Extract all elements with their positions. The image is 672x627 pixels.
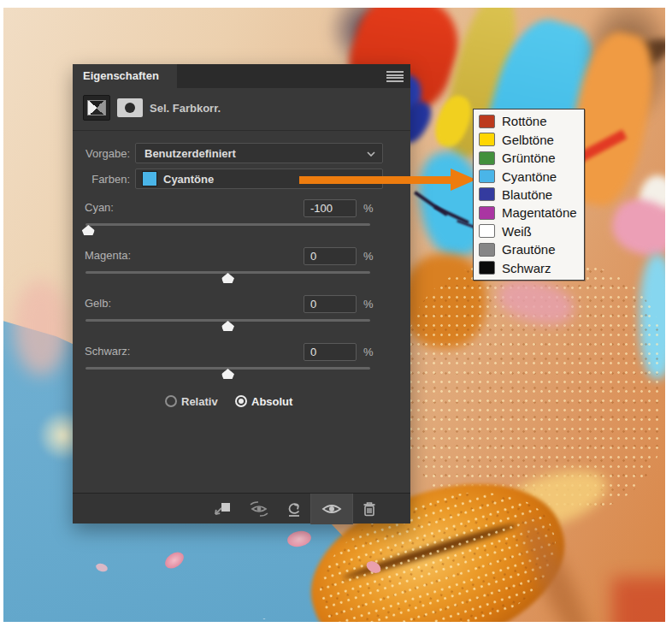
color-option-label: Magentatöne	[502, 205, 577, 220]
cheek-pink-smudge	[14, 280, 68, 376]
layer-mask-icon[interactable]	[117, 98, 143, 117]
color-swatch	[479, 224, 495, 238]
properties-panel: Eigenschaften Sel. Farbkorr. Vorgabe: Be…	[73, 64, 410, 523]
color-option-schwarz[interactable]: Schwarz	[474, 259, 584, 277]
vorgabe-value: Benutzerdefiniert	[144, 147, 236, 160]
magenta-slider-group: Magenta: %	[73, 247, 410, 295]
color-option-gruentoene[interactable]: Grüntöne	[474, 149, 584, 167]
mode-radio-group: Relativ Absolut	[73, 395, 410, 411]
chevron-down-icon	[367, 151, 375, 157]
gelb-slider-track[interactable]	[85, 319, 370, 322]
toggle-visibility-icon[interactable]	[310, 494, 353, 524]
magenta-label: Magenta:	[85, 249, 131, 262]
schwarz-slider-track[interactable]	[85, 367, 370, 370]
schwarz-unit: %	[363, 346, 374, 358]
gelb-value-input[interactable]	[304, 295, 357, 313]
magenta-value-input[interactable]	[304, 247, 357, 265]
panel-footer	[73, 493, 410, 523]
delete-adjustment-icon[interactable]	[357, 494, 382, 524]
color-swatch	[479, 115, 495, 128]
color-option-weiss[interactable]: Weiß	[474, 222, 584, 240]
mask-dot	[125, 103, 135, 113]
screenshot-canvas: Eigenschaften Sel. Farbkorr. Vorgabe: Be…	[0, 0, 672, 627]
schwarz-slider-group: Schwarz: %	[73, 343, 410, 391]
schwarz-slider-thumb[interactable]	[221, 369, 234, 379]
cyan-value-input[interactable]	[304, 199, 357, 217]
selective-color-icon[interactable]	[83, 95, 110, 121]
gelb-slider-thumb[interactable]	[221, 321, 234, 331]
color-swatch	[479, 151, 495, 165]
color-option-cyantoene[interactable]: Cyantöne	[474, 167, 584, 185]
divider	[73, 130, 410, 131]
cyan-slider-track[interactable]	[85, 223, 370, 226]
clip-to-layer-icon[interactable]	[208, 494, 237, 524]
farben-label: Farben:	[73, 173, 130, 186]
chevron-down-icon	[367, 177, 375, 182]
panel-menu-icon[interactable]	[386, 71, 404, 82]
color-option-grautoene[interactable]: Grautöne	[474, 240, 584, 258]
farben-value: Cyantöne	[163, 173, 214, 186]
color-option-label: Grüntöne	[502, 151, 556, 165]
radio-relativ[interactable]	[165, 395, 177, 407]
color-option-label: Rottöne	[502, 114, 547, 128]
sparkle-dots	[29, 568, 397, 619]
color-option-label: Grautöne	[502, 242, 556, 257]
color-option-label: Cyantöne	[502, 169, 557, 184]
radio-relativ-label[interactable]: Relativ	[181, 395, 218, 408]
gelb-unit: %	[363, 298, 374, 311]
farben-color-swatch	[142, 171, 157, 186]
farben-dropdown[interactable]: Cyantöne	[135, 169, 383, 189]
color-option-blautoene[interactable]: Blautöne	[474, 186, 584, 204]
color-swatch	[479, 206, 495, 220]
adjustment-title: Sel. Farbkorr.	[150, 102, 221, 115]
tab-eigenschaften[interactable]: Eigenschaften	[73, 64, 177, 88]
color-swatch	[479, 261, 495, 275]
cyan-unit: %	[363, 202, 374, 215]
color-swatch	[479, 243, 495, 257]
schwarz-label: Schwarz:	[85, 345, 130, 358]
reset-defaults-icon[interactable]	[281, 494, 307, 524]
color-swatch	[479, 169, 495, 183]
schwarz-value-input[interactable]	[304, 343, 357, 361]
color-option-label: Blautöne	[502, 187, 552, 202]
color-swatch	[479, 133, 495, 146]
selective-color-glyph	[87, 100, 106, 115]
gelb-slider-group: Gelb: %	[73, 295, 410, 343]
corner-red	[612, 577, 665, 622]
color-option-label: Schwarz	[502, 261, 551, 275]
cyan-slider-group: Cyan: %	[73, 199, 410, 247]
gelb-label: Gelb:	[85, 297, 111, 310]
color-option-gelbtoene[interactable]: Gelbtöne	[474, 130, 584, 148]
magenta-slider-thumb[interactable]	[221, 273, 234, 283]
vorgabe-dropdown[interactable]: Benutzerdefiniert	[135, 143, 383, 163]
color-option-label: Weiß	[502, 224, 532, 239]
color-option-label: Gelbtöne	[502, 133, 554, 147]
vorgabe-label: Vorgabe:	[73, 147, 130, 160]
color-swatch	[479, 187, 495, 201]
magenta-slider-track[interactable]	[85, 271, 370, 274]
radio-absolut-label[interactable]: Absolut	[251, 395, 292, 408]
view-previous-state-icon[interactable]	[244, 494, 274, 524]
cyan-slider-thumb[interactable]	[82, 225, 95, 235]
panel-tab-bar: Eigenschaften	[73, 64, 410, 88]
cyan-label: Cyan:	[85, 201, 114, 214]
radio-absolut[interactable]	[235, 395, 247, 407]
color-option-rottoene[interactable]: Rottöne	[474, 112, 584, 130]
magenta-unit: %	[363, 250, 374, 263]
adjustment-header: Sel. Farbkorr.	[73, 88, 410, 129]
color-option-magentatoene[interactable]: Magentatöne	[474, 204, 584, 222]
farben-options-popup: Rottöne Gelbtöne Grüntöne Cyantöne Blaut…	[473, 109, 585, 281]
